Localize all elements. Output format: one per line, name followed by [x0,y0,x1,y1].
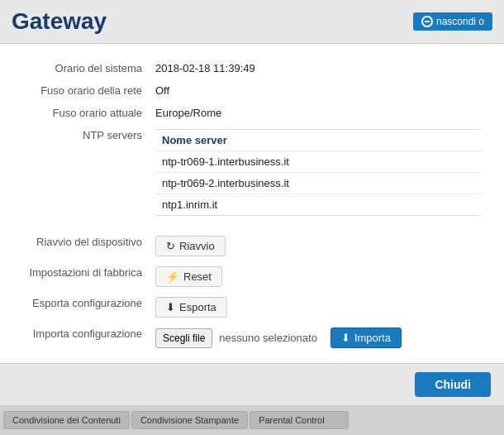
network-timezone-value: Off [149,79,487,102]
current-timezone-row: Fuso orario attuale Europe/Rome [17,102,487,124]
ntp-server-2: ntp-tr069-2.interbusiness.it [155,173,481,194]
device-restart-row: Riavvio del dispositivo ↻ Riavvio [17,231,487,261]
info-table: Orario del sistema 2018-02-18 11:39:49 F… [17,57,487,353]
ntp-server-3-row: ntp1.inrim.it [155,194,481,216]
no-file-text: nessuno selezionato [219,332,317,344]
bolt-icon: ⚡ [166,270,179,283]
export-config-label: Esporta configurazione [17,292,149,323]
export-config-action: ⬇ Esporta [149,292,487,323]
factory-reset-label: Impostazioni di fabbrica [17,261,149,292]
current-timezone-label: Fuso orario attuale [17,102,149,124]
ntp-server-1: ntp-tr069-1.interbusiness.it [155,151,481,173]
hide-button[interactable]: nascondi o [413,12,492,31]
ntp-servers-row: NTP servers Nome server ntp-tr069-1.inte… [17,124,487,221]
minus-circle-icon [421,16,433,27]
page-title: Gateway [12,8,107,35]
ntp-servers-label: NTP servers [17,124,149,221]
taskbar-item-1[interactable]: Condivisione dei Contenuti [3,411,130,429]
restart-icon: ↻ [166,240,175,252]
system-time-label: Orario del sistema [17,57,149,79]
ntp-section-table: Nome server ntp-tr069-1.interbusiness.it… [155,129,481,216]
import-config-action: Scegli file nessuno selezionato ⬇ Import… [149,323,487,353]
ntp-header: Nome server [155,130,481,151]
import-config-label: Importa configurazione [17,323,149,353]
ntp-servers-section: Nome server ntp-tr069-1.interbusiness.it… [149,124,487,221]
footer: Chiudi [0,363,504,405]
factory-reset-row: Impostazioni di fabbrica ⚡ Reset [17,261,487,292]
device-restart-action: ↻ Riavvio [149,231,487,261]
import-config-row: Importa configurazione Scegli file nessu… [17,323,487,353]
ntp-server-3: ntp1.inrim.it [155,194,481,216]
factory-reset-action: ⚡ Reset [149,261,487,292]
export-button[interactable]: ⬇ Esporta [155,297,227,318]
reset-button[interactable]: ⚡ Reset [155,266,222,287]
bottom-taskbar: Condivisione dei Contenuti Condivisione … [0,405,504,435]
import-button[interactable]: ⬇ Importa [330,327,402,348]
network-timezone-label: Fuso orario della rete [17,79,149,102]
title-bar: Gateway nascondi o [0,0,504,44]
choose-file-button[interactable]: Scegli file [155,328,212,348]
ntp-header-row: Nome server [155,130,481,151]
system-time-value: 2018-02-18 11:39:49 [149,57,487,79]
device-restart-label: Riavvio del dispositivo [17,231,149,261]
taskbar-item-3[interactable]: Parental Control [250,411,349,429]
download-icon: ⬇ [166,301,175,313]
system-time-row: Orario del sistema 2018-02-18 11:39:49 [17,57,487,79]
main-content: Orario del sistema 2018-02-18 11:39:49 F… [0,44,504,363]
current-timezone-value: Europe/Rome [149,102,487,124]
export-config-row: Esporta configurazione ⬇ Esporta [17,292,487,323]
network-timezone-row: Fuso orario della rete Off [17,79,487,102]
close-button[interactable]: Chiudi [415,372,491,397]
ntp-server-1-row: ntp-tr069-1.interbusiness.it [155,151,481,173]
restart-button[interactable]: ↻ Riavvio [155,236,226,256]
spacer-row [17,221,487,231]
file-input-area: Scegli file nessuno selezionato ⬇ Import… [155,327,481,348]
import-icon: ⬇ [341,332,350,344]
ntp-server-2-row: ntp-tr069-2.interbusiness.it [155,173,481,194]
taskbar-item-2[interactable]: Condivisione Stampante [131,411,248,429]
